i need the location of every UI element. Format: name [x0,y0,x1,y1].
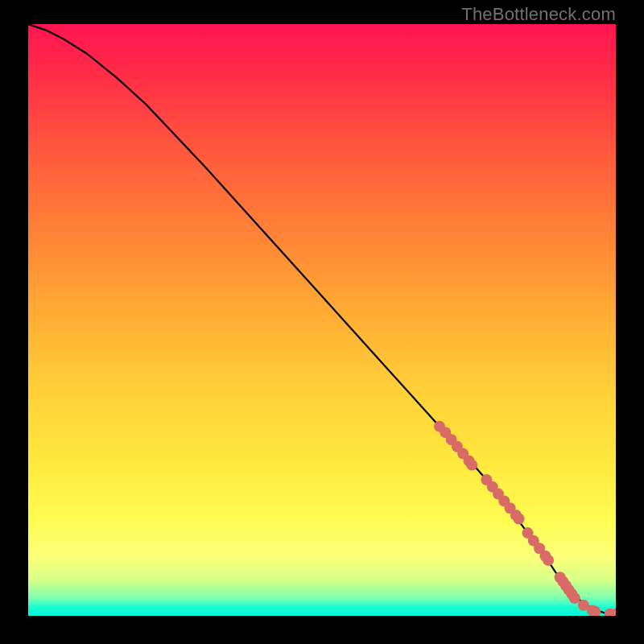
watermark-text: TheBottleneck.com [461,4,616,25]
chart-frame: TheBottleneck.com [0,0,644,644]
plot-area [28,24,616,616]
